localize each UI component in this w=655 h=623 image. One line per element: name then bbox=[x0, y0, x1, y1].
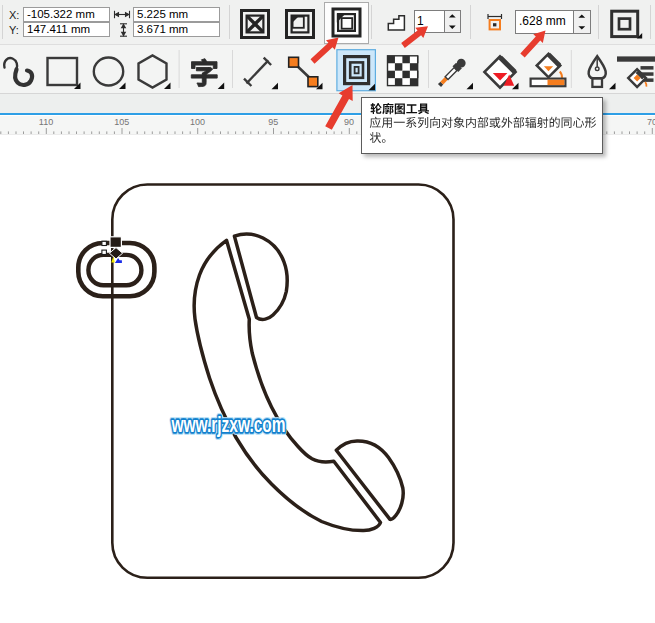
svg-text:www.rjzxw.com: www.rjzxw.com bbox=[171, 412, 286, 437]
